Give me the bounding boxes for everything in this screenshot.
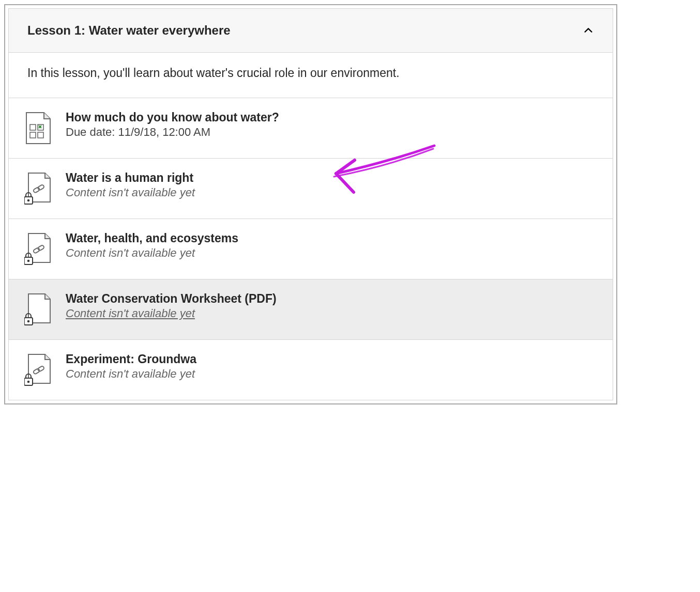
test-icon [24,111,51,145]
locked-link-icon [24,352,51,386]
locked-link-icon [24,231,51,266]
lesson-title: Lesson 1: Water water everywhere [27,23,231,38]
lesson-item[interactable]: Water Conservation Worksheet (PDF) Conte… [9,279,613,340]
item-title: Water, health, and ecosystems [66,231,597,245]
locked-file-icon [24,292,51,326]
lesson-intro: In this lesson, you'll learn about water… [9,53,613,98]
item-subtitle: Content isn't available yet [66,186,597,199]
lesson-item[interactable]: Experiment: Groundwa Content isn't avail… [9,340,613,400]
item-title: Water is a human right [66,171,597,185]
item-subtitle: Content isn't available yet [66,246,597,260]
item-subtitle: Content isn't available yet [66,367,597,381]
item-title: How much do you know about water? [66,111,597,124]
svg-point-17 [27,381,30,383]
locked-link-icon [24,171,51,205]
svg-point-13 [27,320,30,323]
lesson-panel: Lesson 1: Water water everywhere In this… [8,8,613,400]
item-title: Water Conservation Worksheet (PDF) [66,292,597,306]
svg-point-11 [27,260,30,262]
item-title: Experiment: Groundwa [66,352,597,366]
lesson-item[interactable]: How much do you know about water? Due da… [9,98,613,159]
chevron-up-icon[interactable] [583,25,594,36]
lesson-item[interactable]: Water is a human right Content isn't ava… [9,159,613,219]
svg-point-7 [27,199,30,202]
lesson-header[interactable]: Lesson 1: Water water everywhere [9,9,613,53]
item-subtitle: Due date: 11/9/18, 12:00 AM [66,126,597,139]
lesson-item[interactable]: Water, health, and ecosystems Content is… [9,219,613,279]
item-subtitle-link[interactable]: Content isn't available yet [66,307,597,320]
